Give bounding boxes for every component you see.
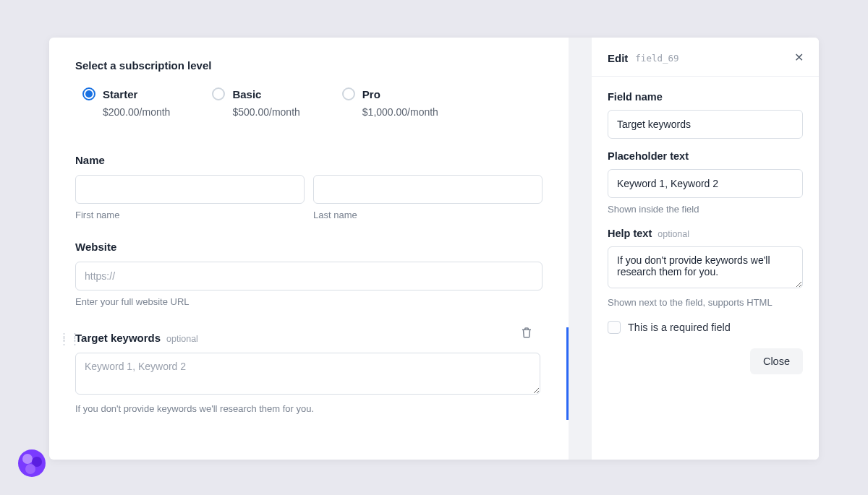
svg-point-1	[22, 454, 33, 464]
field-name-input[interactable]	[608, 110, 803, 139]
plan-name: Pro	[362, 88, 380, 100]
close-button[interactable]: Close	[750, 348, 803, 374]
optional-tag: optional	[166, 334, 198, 344]
optional-tag: optional	[658, 229, 689, 239]
edit-panel-field-id: field_69	[635, 53, 678, 64]
form-column: Select a subscription level Starter $200…	[49, 38, 569, 460]
last-name-caption: Last name	[313, 210, 542, 220]
last-name-input[interactable]	[313, 175, 542, 204]
plan-name: Basic	[232, 88, 261, 100]
radio-icon[interactable]	[82, 87, 95, 100]
website-field-block: Website Enter your full website URL	[75, 241, 542, 307]
edit-placeholder-block: Placeholder text Shown inside the field	[608, 150, 803, 215]
required-checkbox[interactable]	[608, 321, 621, 334]
keywords-field-block[interactable]: ⋮⋮⋮⋮ Target keywords optional If you don…	[75, 327, 569, 420]
placeholder-input[interactable]	[608, 169, 803, 198]
radio-icon[interactable]	[212, 87, 225, 100]
first-name-caption: First name	[75, 210, 305, 220]
first-name-input[interactable]	[75, 175, 305, 204]
help-text-input[interactable]	[608, 246, 803, 288]
plan-price: $200.00/month	[82, 106, 170, 118]
placeholder-label: Placeholder text	[608, 150, 803, 162]
website-caption: Enter your full website URL	[75, 296, 542, 307]
edit-panel-title: Edit	[608, 52, 628, 64]
plan-basic[interactable]: Basic $500.00/month	[212, 87, 299, 118]
help-text-label: Help text	[608, 228, 652, 239]
website-label: Website	[75, 241, 542, 253]
plan-starter[interactable]: Starter $200.00/month	[82, 87, 170, 118]
trash-icon[interactable]	[520, 326, 533, 339]
required-row[interactable]: This is a required field	[608, 321, 803, 334]
plan-price: $1,000.00/month	[342, 106, 438, 118]
subscription-heading: Select a subscription level	[75, 59, 542, 72]
keywords-textarea[interactable]	[75, 353, 540, 395]
edit-panel-header: Edit field_69 ✕	[592, 38, 819, 77]
plan-pro[interactable]: Pro $1,000.00/month	[342, 87, 438, 118]
brand-logo-icon	[17, 449, 46, 478]
keywords-help: If you don't provide keywords we'll rese…	[75, 403, 540, 414]
edit-panel: Edit field_69 ✕ Field name Placeholder t…	[592, 38, 819, 460]
close-icon[interactable]: ✕	[791, 51, 806, 64]
subscription-plans: Starter $200.00/month Basic $500.00/mont…	[75, 87, 542, 118]
column-divider	[569, 38, 592, 460]
keywords-label: Target keywords	[75, 332, 161, 344]
website-input[interactable]	[75, 262, 542, 290]
placeholder-caption: Shown inside the field	[608, 204, 803, 215]
help-caption: Shown next to the field, supports HTML	[608, 297, 803, 308]
app-window: Select a subscription level Starter $200…	[49, 38, 819, 460]
name-field-block: Name First name Last name	[75, 154, 542, 220]
drag-handle-icon[interactable]: ⋮⋮⋮⋮	[59, 335, 69, 343]
name-label: Name	[75, 154, 542, 166]
radio-icon[interactable]	[342, 87, 355, 100]
required-label: This is a required field	[628, 322, 731, 333]
plan-name: Starter	[103, 88, 137, 100]
plan-price: $500.00/month	[212, 106, 299, 118]
field-name-label: Field name	[608, 91, 803, 103]
edit-field-name-block: Field name	[608, 91, 803, 139]
edit-help-block: Help text optional Shown next to the fie…	[608, 228, 803, 308]
svg-point-3	[25, 464, 35, 474]
